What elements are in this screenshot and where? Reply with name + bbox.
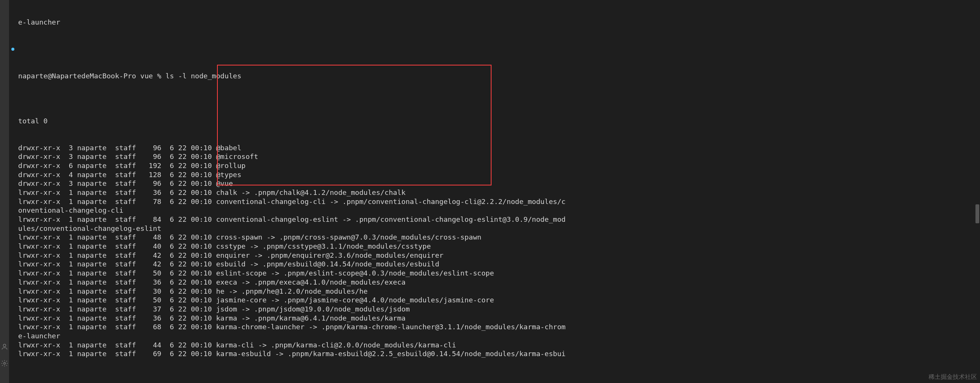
ls-row: lrwxr-xr-x 1 naparte staff 68 6 22 00:10… [18, 322, 980, 332]
ls-row: onventional-changelog-cli [18, 206, 980, 215]
ls-row: lrwxr-xr-x 1 naparte staff 36 6 22 00:10… [18, 314, 980, 323]
ls-row: drwxr-xr-x 4 naparte staff 128 6 22 00:1… [18, 170, 980, 179]
ls-row: lrwxr-xr-x 1 naparte staff 40 6 22 00:10… [18, 242, 980, 251]
scrollbar[interactable] [975, 0, 979, 383]
ls-row: lrwxr-xr-x 1 naparte staff 84 6 22 00:10… [18, 215, 980, 224]
prompt-dot-icon [11, 48, 14, 51]
prev-output-trail: e-launcher [18, 18, 980, 27]
ls-row: lrwxr-xr-x 1 naparte staff 78 6 22 00:10… [18, 197, 980, 206]
ls-row: lrwxr-xr-x 1 naparte staff 37 6 22 00:10… [18, 305, 980, 314]
ls-row: lrwxr-xr-x 1 naparte staff 50 6 22 00:10… [18, 269, 980, 278]
ls-row: lrwxr-xr-x 1 naparte staff 30 6 22 00:10… [18, 287, 980, 296]
ls-row: drwxr-xr-x 3 naparte staff 96 6 22 00:10… [18, 179, 980, 188]
ls-row: lrwxr-xr-x 1 naparte staff 48 6 22 00:10… [18, 233, 980, 242]
total-line: total 0 [18, 116, 980, 126]
ls-row: lrwxr-xr-x 1 naparte staff 69 6 22 00:10… [18, 349, 980, 358]
scrollbar-thumb[interactable] [975, 204, 979, 223]
ls-row: e-launcher [18, 332, 980, 341]
ls-row: lrwxr-xr-x 1 naparte staff 44 6 22 00:10… [18, 341, 980, 350]
ls-row: lrwxr-xr-x 1 naparte staff 42 6 22 00:10… [18, 251, 980, 260]
prompt-line: naparte@NapartedeMacBook-Pro vue % ls -l… [18, 72, 980, 81]
ls-row: lrwxr-xr-x 1 naparte staff 42 6 22 00:10… [18, 260, 980, 269]
terminal-output[interactable]: e-launcher naparte@NapartedeMacBook-Pro … [0, 0, 980, 367]
ls-row: lrwxr-xr-x 1 naparte staff 36 6 22 00:10… [18, 188, 980, 197]
ls-row: lrwxr-xr-x 1 naparte staff 36 6 22 00:10… [18, 278, 980, 287]
ls-row: drwxr-xr-x 6 naparte staff 192 6 22 00:1… [18, 161, 980, 170]
ls-row: lrwxr-xr-x 1 naparte staff 50 6 22 00:10… [18, 295, 980, 305]
ls-row: drwxr-xr-x 3 naparte staff 96 6 22 00:10… [18, 144, 980, 153]
ls-row: ules/conventional-changelog-eslint [18, 224, 980, 233]
ls-row: drwxr-xr-x 3 naparte staff 96 6 22 00:10… [18, 152, 980, 161]
watermark-text: 稀土掘金技术社区 [929, 373, 977, 381]
